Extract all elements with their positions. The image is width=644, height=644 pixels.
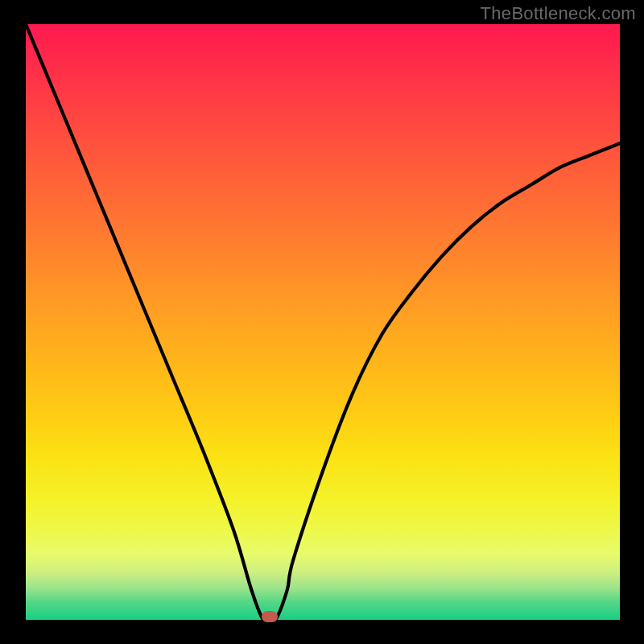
chart-container: TheBottleneck.com: [0, 0, 644, 644]
bottleneck-curve: [26, 24, 620, 620]
optimal-point-marker: [262, 611, 278, 622]
watermark-text: TheBottleneck.com: [481, 3, 636, 24]
plot-area: [26, 24, 620, 620]
